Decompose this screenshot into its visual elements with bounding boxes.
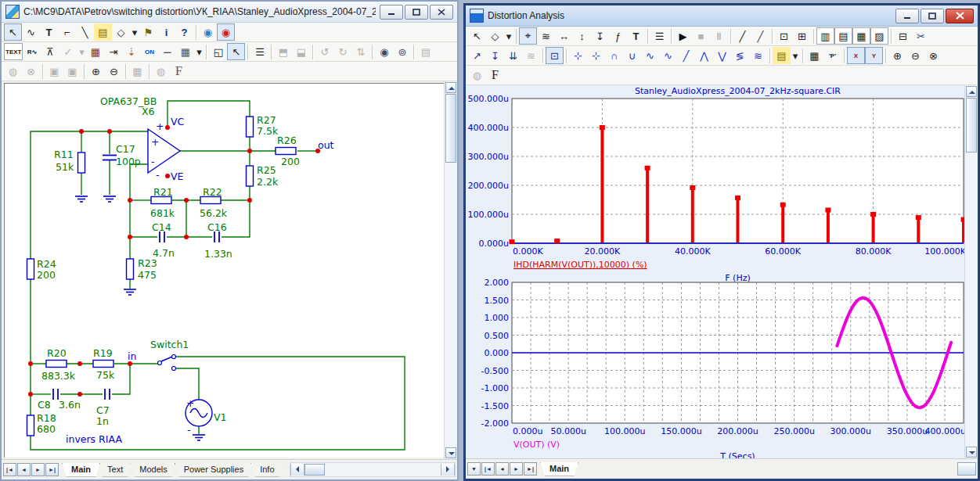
- slider-button[interactable]: ▦: [86, 43, 104, 60]
- cursor-line-tool[interactable]: ✂: [912, 27, 930, 45]
- pin-markers-toggle[interactable]: ⊼: [41, 43, 59, 60]
- help-mode-tool[interactable]: ?: [175, 23, 193, 41]
- schematic-hscrollbar[interactable]: [290, 462, 456, 477]
- zoom-box-button[interactable]: ⊗: [924, 47, 942, 64]
- grid-dropdown[interactable]: ▾: [194, 43, 204, 60]
- schematic-titlebar[interactable]: C:\MC9\DATA\Petrov\switching distortion\…: [2, 2, 457, 23]
- global-high-button[interactable]: ⋁: [713, 47, 731, 64]
- diagonal-line-tool[interactable]: ╲: [76, 23, 94, 41]
- tag-delta-mode[interactable]: ↧: [591, 27, 609, 45]
- vscroll-thumb[interactable]: [966, 98, 977, 153]
- select-region-mode[interactable]: ⊡: [775, 27, 793, 45]
- presentation-button[interactable]: ▤: [416, 43, 434, 60]
- current-display-toggle[interactable]: ⇣: [122, 43, 140, 60]
- select-tool[interactable]: ↖: [4, 23, 22, 41]
- pattern-columns-button[interactable]: ▨: [870, 27, 888, 45]
- image-button[interactable]: ▦: [128, 63, 146, 80]
- first-page-button[interactable]: |◄: [481, 462, 495, 476]
- go-to-dropdown[interactable]: ▾: [791, 47, 800, 64]
- flag-tool[interactable]: ⚑: [139, 23, 157, 41]
- stop-button[interactable]: ■: [692, 27, 710, 45]
- analysis-plot-area[interactable]: Stanley_AudioXpress_2004-07_2kHz-square.…: [466, 85, 964, 458]
- page-tab-info[interactable]: Info: [250, 463, 283, 477]
- waveform-select-mode[interactable]: ≋: [537, 27, 555, 45]
- peak-button[interactable]: ∩: [605, 47, 623, 64]
- scroll-up-button[interactable]: [966, 86, 977, 97]
- line-tool[interactable]: ╱: [733, 27, 751, 45]
- scroll-right-button[interactable]: [441, 464, 455, 476]
- zoom-area-button[interactable]: ⬒: [274, 43, 292, 60]
- single-plot-button[interactable]: ⊟: [894, 27, 912, 45]
- hscroll-thumb[interactable]: [304, 464, 325, 476]
- close-button[interactable]: [946, 9, 974, 23]
- resistor[interactable]: [27, 415, 34, 436]
- switch-contact[interactable]: [158, 361, 162, 365]
- series-legend[interactable]: IHD(HARM(V(OUT)),10000) (%): [513, 260, 647, 270]
- plot-select-dropdown[interactable]: ▼: [467, 462, 481, 476]
- font-button[interactable]: F: [486, 66, 504, 84]
- node-snap-toggle[interactable]: ⇥: [104, 43, 122, 60]
- data-points-toggle[interactable]: ⊡: [546, 47, 564, 64]
- analysis-titlebar[interactable]: Distortion Analysis: [466, 5, 978, 27]
- component-tool[interactable]: ▤: [94, 23, 112, 41]
- vertical-tag-mode[interactable]: ↕: [573, 27, 591, 45]
- copy-page-button[interactable]: ▣: [45, 63, 63, 80]
- attribute-text-toggle[interactable]: R∿: [23, 43, 41, 60]
- high-button[interactable]: ∿: [641, 47, 659, 64]
- page-tab-models[interactable]: Models: [130, 463, 176, 477]
- step-button[interactable]: ◍: [4, 63, 22, 80]
- formula-tag-mode[interactable]: ƒ: [609, 27, 627, 45]
- flip-button[interactable]: ⇅: [351, 43, 369, 60]
- last-page-button[interactable]: ►|: [524, 462, 537, 476]
- hscroll-thumb-fragment[interactable]: [957, 462, 976, 476]
- run-button[interactable]: ▶: [674, 27, 692, 45]
- switch-contact[interactable]: [172, 355, 176, 359]
- globe-button[interactable]: ◍: [468, 66, 486, 84]
- shape-picker-dropdown[interactable]: ▾: [130, 23, 139, 41]
- font-button[interactable]: F: [170, 63, 188, 80]
- inflection-button[interactable]: ⋀: [695, 47, 713, 64]
- zoom-in-button[interactable]: ⊕: [888, 47, 906, 64]
- vscroll-thumb[interactable]: [445, 94, 456, 163]
- pattern-grid-button[interactable]: ▦: [852, 27, 870, 45]
- page-tab-text[interactable]: Text: [98, 463, 132, 477]
- paste-page-button[interactable]: ▣: [63, 63, 81, 80]
- connector-toggle[interactable]: ─: [158, 43, 176, 60]
- page-tab-main[interactable]: Main: [540, 462, 578, 476]
- grid-region-mode[interactable]: ⊞: [793, 27, 811, 45]
- zoom-out-button[interactable]: ⊖: [105, 63, 123, 80]
- resistor[interactable]: [247, 166, 254, 186]
- global-low-button[interactable]: ≶: [731, 47, 749, 64]
- vip-dropdown[interactable]: ▾: [77, 43, 86, 60]
- next-page-button[interactable]: ►: [510, 462, 523, 476]
- resistor[interactable]: [27, 259, 34, 279]
- schematic-canvas[interactable]: OPA637_BBX6VCVE+-+-R1151kC17100pR21681kR…: [5, 84, 433, 458]
- info-tool[interactable]: i: [157, 23, 175, 41]
- vip-mode-button[interactable]: ✓: [59, 43, 77, 60]
- slope-button[interactable]: ╱: [677, 47, 695, 64]
- resistor[interactable]: [276, 148, 296, 155]
- power-on-toggle[interactable]: ON: [140, 43, 158, 60]
- x-scale-lock[interactable]: X: [847, 47, 865, 64]
- polyline-tool[interactable]: ╱: [751, 27, 769, 45]
- switch-blade[interactable]: [161, 357, 172, 361]
- horizontal-tag-mode[interactable]: ↔: [555, 27, 573, 45]
- next-page-button[interactable]: ►: [31, 463, 45, 476]
- switch-contact[interactable]: [172, 367, 176, 371]
- page-tab-main[interactable]: Main: [62, 463, 100, 477]
- scroll-down-button[interactable]: [445, 447, 456, 458]
- shape-picker-tool[interactable]: ◇: [486, 27, 504, 45]
- wire[interactable]: [130, 164, 148, 259]
- wire-mode-tool[interactable]: ∿: [22, 23, 40, 41]
- rotate-ccw-button[interactable]: ↺: [315, 43, 333, 60]
- numeric-output-button[interactable]: ▦: [805, 47, 823, 64]
- performance-window-button[interactable]: 'P': [823, 47, 841, 64]
- next-point-button[interactable]: ↗: [468, 47, 486, 64]
- resistor[interactable]: [93, 361, 113, 368]
- graph-cursor-mode[interactable]: ⌖: [519, 27, 537, 45]
- vertical-cursor-button[interactable]: ⊹: [587, 47, 605, 64]
- maximize-button[interactable]: [405, 5, 428, 20]
- wire[interactable]: [112, 364, 130, 394]
- wire[interactable]: [176, 368, 199, 400]
- text-grid-button[interactable]: TEXT: [4, 43, 23, 60]
